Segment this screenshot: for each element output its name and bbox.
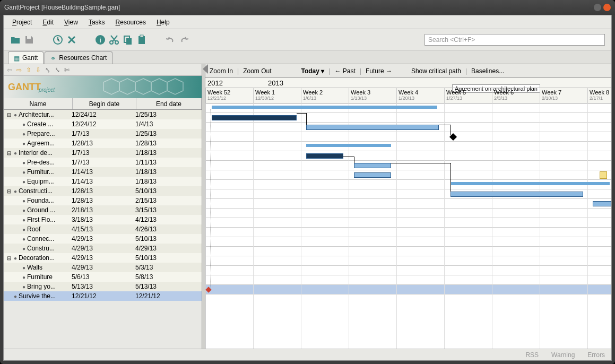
menu-resources[interactable]: Resources <box>111 18 150 27</box>
task-row[interactable]: ⊟●Architectur...12/24/121/25/13 <box>4 110 202 119</box>
task-list[interactable]: ⊟●Architectur...12/24/121/25/13●Create .… <box>4 110 202 349</box>
zoom-in-button[interactable]: Zoom In <box>210 67 233 75</box>
future-button[interactable]: Future → <box>366 67 392 75</box>
col-begin[interactable]: Begin date <box>73 98 136 109</box>
expander-icon[interactable]: ⊟ <box>6 255 12 261</box>
minimize-button[interactable] <box>594 4 601 11</box>
indent-icon[interactable]: ⤥ <box>55 66 62 74</box>
tab-resources[interactable]: ⚭ Resources Chart <box>45 51 112 64</box>
status-rss[interactable]: RSS <box>525 351 539 359</box>
bullet-icon: ● <box>21 160 27 166</box>
copy-icon[interactable] <box>123 34 133 45</box>
expander-icon[interactable]: ⊟ <box>6 188 12 194</box>
bullet-icon: ● <box>21 236 27 242</box>
gantt-bar[interactable] <box>306 153 343 159</box>
week-column: Week 112/30/12 <box>253 88 275 104</box>
gantt-bar[interactable] <box>212 106 437 109</box>
gantt-bar[interactable] <box>451 192 583 197</box>
baselines-button[interactable]: Baselines... <box>471 67 504 75</box>
arrow-left-icon[interactable]: ⇦ <box>7 66 14 74</box>
task-row[interactable]: ●Furnitur...1/14/131/18/13 <box>4 167 202 177</box>
redo-icon[interactable] <box>179 34 189 45</box>
task-row[interactable]: ●Equipm...1/14/131/18/13 <box>4 177 202 186</box>
bullet-icon: ● <box>21 179 27 185</box>
task-row[interactable]: ●Agreem...1/28/131/28/13 <box>4 138 202 148</box>
task-row[interactable]: ●Bring yo...5/13/135/13/13 <box>4 282 202 291</box>
week-column: Week 51/27/13 <box>444 88 466 104</box>
info-icon[interactable]: i <box>95 34 106 45</box>
cut-icon[interactable] <box>109 34 119 45</box>
save-icon[interactable] <box>24 34 34 45</box>
past-button[interactable]: ← Past <box>334 67 355 75</box>
undo-icon[interactable] <box>165 34 176 45</box>
task-panel: ⇦ ⇨ ⇧ ⇩ ⤣ ⤥ ✄ GANTT project Name Begin d… <box>4 64 202 349</box>
menu-project[interactable]: Project <box>8 18 36 27</box>
svg-marker-10 <box>119 79 135 94</box>
critical-path-button[interactable]: Show critical path <box>411 67 461 75</box>
col-name[interactable]: Name <box>4 98 73 109</box>
paste-icon[interactable] <box>136 34 147 45</box>
arrow-right-icon[interactable]: ⇨ <box>16 66 24 74</box>
tab-gantt[interactable]: ▦ Gantt <box>8 51 44 64</box>
expander-icon[interactable]: ⊟ <box>6 112 12 118</box>
gantt-bar[interactable] <box>451 182 610 185</box>
task-row[interactable]: ●Constru...4/29/134/29/13 <box>4 244 202 253</box>
task-row[interactable]: ●Prepare...1/7/131/25/13 <box>4 129 202 138</box>
menubar: ProjectEditViewTasksResourcesHelp <box>4 15 611 29</box>
task-row[interactable]: ●Furniture5/6/135/8/13 <box>4 272 202 282</box>
search-input[interactable]: Search <Ctrl+F> <box>425 34 605 46</box>
gantt-chart[interactable] <box>205 103 611 349</box>
task-row[interactable]: ●Survive the...12/21/1212/21/12 <box>4 291 202 301</box>
status-errors[interactable]: Errors <box>587 351 605 359</box>
bullet-icon: ● <box>12 188 19 194</box>
menu-help[interactable]: Help <box>152 18 174 27</box>
bullet-icon: ● <box>12 150 19 156</box>
menu-edit[interactable]: Edit <box>38 18 58 27</box>
task-row[interactable]: ⊟●Interior de...1/7/131/18/13 <box>4 148 202 158</box>
gantt-bar[interactable] <box>354 172 391 178</box>
clock-icon[interactable] <box>53 34 63 45</box>
task-row[interactable]: ●Connec...4/29/135/10/13 <box>4 234 202 244</box>
note-icon[interactable] <box>600 171 607 179</box>
delete-icon[interactable] <box>66 34 77 45</box>
menu-tasks[interactable]: Tasks <box>84 18 109 27</box>
gantt-panel: Zoom In | Zoom Out Today ▾ | ← Past | Fu… <box>205 64 611 349</box>
menu-view[interactable]: View <box>60 18 82 27</box>
bullet-icon: ● <box>21 246 27 252</box>
zoom-out-button[interactable]: Zoom Out <box>243 67 271 75</box>
arrow-up-icon[interactable]: ⇧ <box>26 66 33 74</box>
task-header: Name Begin date End date <box>4 98 202 110</box>
today-button[interactable]: Today ▾ <box>301 67 325 75</box>
outdent-icon[interactable]: ⤣ <box>45 66 53 74</box>
logo: GANTT project <box>4 76 202 98</box>
task-row[interactable]: ●Founda...1/28/132/15/13 <box>4 196 202 205</box>
year-2013: 2013 <box>268 79 283 87</box>
col-end[interactable]: End date <box>136 98 202 109</box>
gantt-toolbar: Zoom In | Zoom Out Today ▾ | ← Past | Fu… <box>205 64 611 78</box>
gantt-bar[interactable] <box>306 125 439 130</box>
unlink-icon[interactable]: ✄ <box>64 66 72 74</box>
status-warning[interactable]: Warning <box>551 351 575 359</box>
close-button[interactable] <box>603 4 611 11</box>
task-row[interactable]: ⊟●Decoration...4/29/135/10/13 <box>4 253 202 263</box>
task-row[interactable]: ●Walls4/29/135/3/13 <box>4 263 202 272</box>
bullet-icon: ● <box>21 169 27 175</box>
task-row[interactable]: ●Ground ...2/18/133/15/13 <box>4 205 202 215</box>
open-icon[interactable] <box>10 34 21 45</box>
task-row[interactable]: ⊟●Constructi...1/28/135/10/13 <box>4 186 202 196</box>
svg-text:i: i <box>99 37 101 44</box>
task-row[interactable]: ●Create ...12/24/121/4/13 <box>4 119 202 129</box>
gantt-bar[interactable] <box>306 144 391 147</box>
task-row[interactable]: ●Pre-des...1/7/131/11/13 <box>4 158 202 167</box>
gantt-bar[interactable] <box>593 201 611 206</box>
bullet-icon: ● <box>12 112 19 118</box>
expander-icon[interactable]: ⊟ <box>6 150 12 156</box>
logo-subtitle: project <box>39 87 55 93</box>
hex-pattern <box>96 76 202 98</box>
task-row[interactable]: ●Roof4/15/134/26/13 <box>4 224 202 234</box>
bullet-icon: ● <box>21 227 27 232</box>
arrow-down-icon[interactable]: ⇩ <box>36 66 43 74</box>
gantt-bar[interactable] <box>354 163 391 168</box>
task-row[interactable]: ●First Flo...3/18/134/12/13 <box>4 215 202 224</box>
gantt-bar[interactable] <box>212 115 297 120</box>
